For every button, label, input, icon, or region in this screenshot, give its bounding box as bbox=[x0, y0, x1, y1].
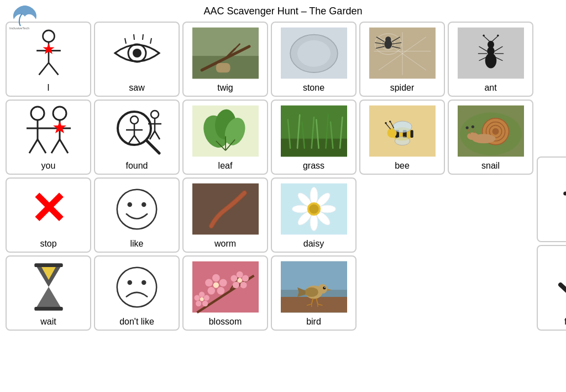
svg-point-97 bbox=[392, 121, 411, 133]
svg-point-163 bbox=[324, 287, 325, 288]
svg-line-54 bbox=[29, 139, 38, 153]
svg-point-8 bbox=[133, 49, 142, 58]
cell-dontlike-label: don't like bbox=[119, 317, 154, 327]
svg-point-108 bbox=[492, 128, 499, 135]
svg-point-148 bbox=[230, 275, 237, 282]
svg-point-51 bbox=[31, 107, 44, 120]
cell-like-label: like bbox=[130, 239, 143, 249]
cell-like[interactable]: like bbox=[94, 177, 180, 253]
cell-ant[interactable]: ant bbox=[448, 22, 533, 97]
svg-point-44 bbox=[497, 35, 499, 36]
cell-snail[interactable]: snail bbox=[448, 100, 533, 175]
cell-dontlike[interactable]: don't like bbox=[94, 255, 180, 331]
svg-rect-95 bbox=[410, 130, 413, 138]
svg-point-110 bbox=[467, 133, 479, 140]
cell-snail-label: snail bbox=[481, 161, 500, 171]
svg-point-149 bbox=[237, 278, 242, 283]
cell-stone[interactable]: stone bbox=[271, 22, 357, 97]
cell-daisy-label: daisy bbox=[303, 239, 324, 249]
svg-text:InclusiveTech: InclusiveTech bbox=[9, 27, 29, 30]
svg-point-30 bbox=[385, 36, 391, 42]
svg-line-55 bbox=[38, 139, 46, 153]
svg-point-147 bbox=[232, 282, 239, 289]
cell-wait-label: wait bbox=[40, 317, 56, 327]
cell-saw[interactable]: saw bbox=[94, 22, 180, 97]
svg-point-154 bbox=[194, 295, 200, 301]
svg-point-160 bbox=[317, 284, 327, 294]
page-header: InclusiveTech AAC Scavenger Hunt – The G… bbox=[6, 6, 560, 17]
svg-point-102 bbox=[389, 121, 391, 122]
cell-worm-label: worm bbox=[214, 239, 236, 249]
cell-you[interactable]: you bbox=[6, 100, 91, 175]
svg-point-129 bbox=[309, 204, 318, 213]
svg-line-59 bbox=[51, 139, 60, 153]
cell-finished[interactable]: finished bbox=[537, 245, 566, 331]
svg-point-40 bbox=[488, 41, 494, 49]
cell-spider-label: spider bbox=[390, 83, 415, 93]
cell-leaf[interactable]: leaf bbox=[182, 100, 268, 175]
svg-line-73 bbox=[155, 131, 160, 139]
cell-saw-label: saw bbox=[129, 83, 144, 93]
cell-grass[interactable]: grass bbox=[271, 100, 357, 175]
svg-point-56 bbox=[53, 107, 66, 120]
svg-point-145 bbox=[242, 275, 249, 282]
svg-point-126 bbox=[292, 205, 309, 213]
svg-point-144 bbox=[236, 271, 243, 278]
svg-point-139 bbox=[219, 279, 227, 286]
svg-line-9 bbox=[125, 38, 126, 44]
svg-point-155 bbox=[200, 297, 203, 301]
cell-stop-label: stop bbox=[40, 239, 56, 249]
stop-x-icon: ✕ bbox=[30, 187, 67, 231]
logo: InclusiveTech bbox=[8, 3, 39, 28]
page-title: AAC Scavenger Hunt – The Garden bbox=[204, 6, 363, 17]
cell-spider[interactable]: spider bbox=[359, 22, 445, 97]
cell-more[interactable]: more bbox=[537, 156, 566, 242]
cell-worm[interactable]: worm bbox=[182, 177, 268, 253]
svg-point-143 bbox=[213, 282, 218, 288]
svg-point-140 bbox=[217, 287, 224, 295]
cell-wait[interactable]: wait bbox=[6, 255, 91, 331]
svg-point-64 bbox=[130, 116, 138, 124]
svg-rect-131 bbox=[34, 307, 62, 311]
svg-point-146 bbox=[240, 282, 247, 289]
cell-ant-label: ant bbox=[484, 83, 496, 93]
svg-rect-135 bbox=[192, 262, 259, 313]
cell-bird[interactable]: bird bbox=[271, 255, 357, 331]
cell-stone-label: stone bbox=[303, 83, 324, 93]
svg-point-124 bbox=[310, 214, 318, 231]
svg-point-101 bbox=[385, 122, 386, 124]
cell-blossom[interactable]: blossom bbox=[182, 255, 268, 331]
svg-rect-18 bbox=[216, 63, 230, 72]
cell-leaf-label: leaf bbox=[218, 161, 233, 171]
cell-daisy[interactable]: daisy bbox=[271, 177, 357, 253]
svg-line-68 bbox=[134, 135, 140, 143]
cell-bird-label: bird bbox=[306, 317, 321, 327]
cell-i[interactable]: I bbox=[6, 22, 91, 97]
svg-line-11 bbox=[143, 34, 143, 40]
svg-point-151 bbox=[203, 295, 209, 301]
cell-bee[interactable]: bee bbox=[359, 100, 445, 175]
cell-found-label: found bbox=[125, 161, 148, 171]
svg-point-122 bbox=[318, 205, 336, 213]
svg-line-67 bbox=[129, 135, 134, 143]
main-container: I saw bbox=[6, 22, 560, 331]
cell-stop[interactable]: ✕ stop bbox=[6, 177, 91, 253]
svg-point-115 bbox=[117, 189, 156, 228]
cell-grass-label: grass bbox=[303, 161, 324, 171]
svg-point-120 bbox=[310, 187, 318, 205]
svg-point-150 bbox=[199, 292, 205, 297]
svg-point-69 bbox=[151, 111, 159, 118]
svg-point-113 bbox=[465, 126, 468, 129]
cell-you-label: you bbox=[41, 161, 56, 171]
svg-point-43 bbox=[483, 35, 484, 36]
svg-point-138 bbox=[212, 274, 220, 282]
main-grid: I saw bbox=[6, 22, 533, 331]
svg-point-133 bbox=[128, 280, 133, 285]
side-grid: more bbox=[537, 156, 566, 331]
cell-twig-label: twig bbox=[217, 83, 233, 93]
svg-rect-130 bbox=[34, 263, 62, 267]
svg-point-153 bbox=[196, 301, 201, 306]
cell-found[interactable]: found bbox=[94, 100, 180, 175]
cell-twig[interactable]: twig bbox=[182, 22, 268, 97]
svg-point-132 bbox=[117, 267, 156, 306]
